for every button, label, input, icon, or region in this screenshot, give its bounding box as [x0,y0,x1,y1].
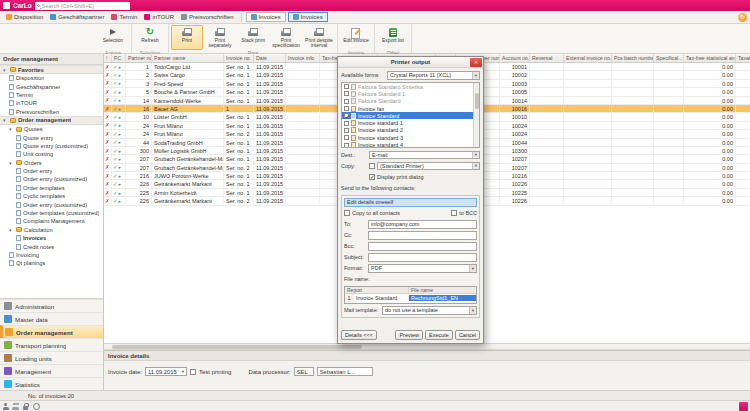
details-toggle-button[interactable]: Details <<< [341,330,377,340]
ribbon-button-export-list[interactable]: Export list [377,25,409,50]
form-checkbox[interactable] [344,143,349,148]
form-item-faktura-standard-sintetika[interactable]: Faktura Standard Sintetika [342,83,473,90]
sidebar-section-favorites[interactable]: ▾Favorites [0,65,103,74]
column-header-pcs-batch-number[interactable]: Pcs batch number [612,54,654,62]
sidebar-item-invoices[interactable]: Invoices [0,234,103,242]
mail-template-select[interactable]: do not use a template ▾ [382,306,477,315]
form-checkbox[interactable] [344,128,349,133]
form-item-invoice-standard-3[interactable]: Invoice standard 3 [342,134,473,141]
destination-select[interactable]: E-mail ▾ [369,151,480,160]
column-header-partner-no[interactable]: Partner no. [126,54,152,62]
sidebar-item-quote-entry-customized[interactable]: Quote entry (customized) [0,142,103,150]
ribbon-button-edit-invoice[interactable]: Edit invoice [340,25,372,50]
sidebar-nav-loading-units[interactable]: Loading units [0,351,103,364]
scrollbar-thumb[interactable] [475,93,479,109]
ribbon-button-print-separately[interactable]: Print separately [204,25,236,50]
form-item-invoice-fax[interactable]: Invoice fax [342,105,473,112]
sidebar-item-invoicing[interactable]: Invoicing [0,251,103,259]
sidebar-item-termin[interactable]: Termin [0,91,103,99]
column-header-external-invoice-no[interactable]: External invoice no. [564,54,612,62]
sidebar-item-quotes[interactable]: ▾Quotes [0,125,103,133]
form-checkbox[interactable] [344,121,349,126]
ribbon-button-print[interactable]: Print [171,25,203,50]
edit-details-option[interactable]: Edit details oneself [344,198,477,207]
sidebar-item-orders[interactable]: ▾Orders [0,159,103,167]
form-item-invoice-standard[interactable]: Invoice Standard [342,112,473,119]
sidebar-section-order-management[interactable]: ▾Order management [0,116,103,125]
sidebar-nav-administration[interactable]: Administration [0,299,103,312]
form-checkbox[interactable] [344,99,349,104]
users-icon[interactable] [12,403,19,410]
ribbon-button-stack-print[interactable]: Stack print [237,25,269,50]
report-engine-select[interactable]: Crystal Reports 11 (XCL) ▾ [387,71,480,80]
preview-button[interactable]: Preview [395,330,423,340]
sidebar-item-preisvorschriften[interactable]: Preisvorschriften [0,108,103,116]
sidebar-item-quote-entry[interactable]: Quote entry [0,133,103,141]
quickbar-button-intour[interactable]: inTOUR [141,13,177,21]
sidebar-nav-master-data[interactable]: Master data [0,312,103,325]
column-header-invoice-no[interactable]: Invoice no. [224,54,254,62]
sidebar-item-qt-planings[interactable]: Qt planings [0,259,103,267]
quickbar-button-preisvorschriften[interactable]: Preisvorschriften [178,13,237,21]
form-checkbox[interactable] [344,106,349,111]
sidebar-item-order-entry[interactable]: Order entry [0,167,103,175]
column-header-fc[interactable]: FC [112,54,126,62]
file-table-row[interactable]: 1 Invoice Standard RechnungStd1_EN [345,294,476,303]
form-checkbox[interactable] [344,113,349,118]
sidebar-item-cyclic-templates[interactable]: Cyclic templates [0,192,103,200]
column-header-invoice-info[interactable]: Invoice info [286,54,320,62]
sidebar-item-credit-notes[interactable]: Credit notes [0,242,103,250]
horizontal-scrollbar[interactable] [104,343,750,350]
copy-all-contacts-checkbox[interactable] [344,210,350,216]
dialog-close-button[interactable]: ✕ [470,58,482,67]
column-header-tax-free-statistical-amo[interactable]: Tax-free statistical amo... [684,54,736,62]
form-item-invoice-standard-2[interactable]: Invoice standard 2 [342,127,473,134]
bcc-input[interactable] [368,242,477,251]
execute-button[interactable]: Execute [425,330,453,340]
ribbon-button-refresh[interactable]: Refresh [134,25,166,50]
invoice-date-input[interactable]: 11.09.2015 ▾ [145,367,187,376]
sidebar-nav-management[interactable]: Management [0,364,103,377]
tab-invoices[interactable]: Invoices [288,12,328,22]
column-header-taxable-statistical-amo[interactable]: Taxable statistical amo... [736,54,750,62]
global-search-input[interactable]: Search (Ctrl+Shift+E) [35,2,130,10]
form-item-invoice-standard-4[interactable]: Invoice standard 4 [342,141,473,148]
sidebar-item-complaint-management[interactable]: Complaint Management [0,217,103,225]
lock-icon[interactable] [22,403,29,410]
column-header-icon[interactable]: ! [104,54,112,62]
form-checkbox[interactable] [344,135,349,140]
forms-list-scrollbar[interactable] [473,83,479,147]
cancel-button[interactable]: Cancel [455,330,480,340]
column-header-specifical[interactable]: Specifical... [654,54,684,62]
to-input[interactable]: info@company.com [368,220,477,229]
sync-icon[interactable]: ↻ [738,13,747,22]
column-header-account-no[interactable]: Account no. [500,54,530,62]
display-print-dialog-checkbox[interactable] [369,174,375,180]
form-item-faktura-standard[interactable]: Faktura Standard [342,98,473,105]
sidebar-item-order-entry-customized[interactable]: Order entry (customized) [0,175,103,183]
sidebar-item-calculation[interactable]: ▾Calculation [0,226,103,234]
quickbar-button-gesch-ftspartner[interactable]: Geschäftspartner [47,13,107,21]
copy-checkbox[interactable] [369,163,375,169]
test-printing-checkbox[interactable] [190,369,196,375]
data-processor-code-input[interactable]: SEL [294,367,314,376]
sidebar-item-order-entry-customized[interactable]: Order entry (customized) [0,200,103,208]
ribbon-button-print-despite-interval[interactable]: Print despite interval [303,25,335,50]
quickbar-button-disposition[interactable]: Disposition [3,13,46,21]
ribbon-button-selection[interactable]: Selection [97,25,129,50]
data-processor-name-input[interactable]: Sebastian L... [317,367,373,376]
column-header-partner-name[interactable]: Partner name [152,54,224,62]
sidebar-item-intour[interactable]: inTOUR [0,99,103,107]
dialog-titlebar[interactable]: Printer output ✕ [338,57,483,68]
format-select[interactable]: PDF ▾ [368,264,477,273]
column-header-date[interactable]: Date [254,54,286,62]
user-icon[interactable] [2,403,9,410]
form-checkbox[interactable] [344,84,349,89]
sidebar-item-order-templates-customized[interactable]: Order templates (customized) [0,209,103,217]
subject-input[interactable] [368,253,477,262]
to-bcc-checkbox[interactable] [451,210,457,216]
quickbar-button-termin[interactable]: Termin [108,13,140,21]
sidebar-item-unit-costing[interactable]: Unit costing [0,150,103,158]
cc-input[interactable] [368,231,477,240]
scrollbar-thumb[interactable] [112,345,362,349]
